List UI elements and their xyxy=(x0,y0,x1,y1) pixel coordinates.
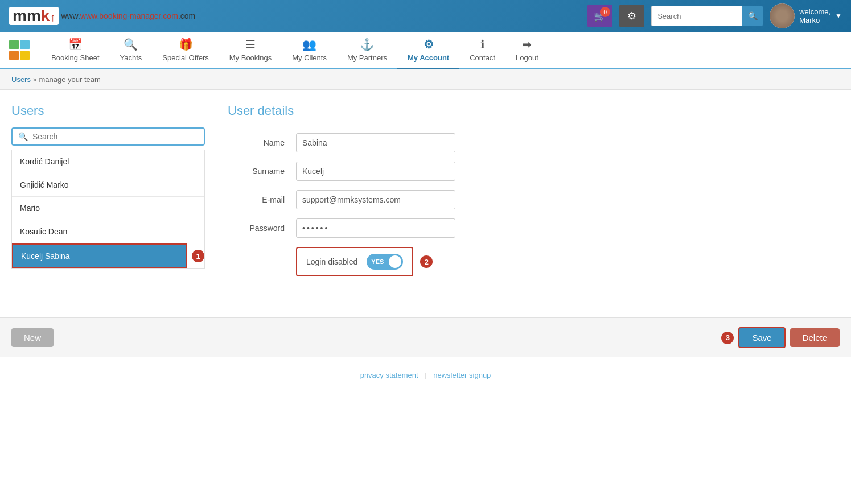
privacy-link[interactable]: privacy statement xyxy=(360,371,418,379)
user-list-item-kosutic[interactable]: Kosutic Dean xyxy=(12,220,204,243)
breadcrumb: Users » manage your team xyxy=(0,69,851,90)
nav-item-contact[interactable]: ℹ Contact xyxy=(459,32,505,69)
nav-item-my-partners-label: My Partners xyxy=(347,53,387,62)
password-label: Password xyxy=(228,224,285,233)
my-account-icon: ⚙ xyxy=(424,38,434,51)
logo-url: www.www.booking-manager.com.com xyxy=(61,11,195,20)
nav-item-yachts-label: Yachts xyxy=(120,53,142,62)
color-square-yellow xyxy=(20,51,30,60)
users-list: Kordić Danijel Gnjidić Marko Mario Kosut… xyxy=(11,150,205,269)
nav-item-booking-sheet[interactable]: 📅 Booking Sheet xyxy=(41,32,110,69)
footer-separator: | xyxy=(425,371,426,379)
user-details-form: Name Surname E-mail Password Login disab… xyxy=(228,127,840,291)
color-square-orange xyxy=(9,51,19,60)
users-search-icon: 🔍 xyxy=(18,132,28,141)
annotation-badge-3: 3 xyxy=(721,332,734,344)
toggle-thumb xyxy=(389,255,401,268)
yachts-icon: 🔍 xyxy=(124,38,138,51)
user-list-item-kucelj[interactable]: Kucelj Sabina xyxy=(12,243,187,268)
save-button[interactable]: Save xyxy=(738,327,785,348)
main-nav: 📅 Booking Sheet 🔍 Yachts 🎁 Special Offer… xyxy=(0,32,851,69)
search-input[interactable] xyxy=(651,6,742,26)
search-container: 🔍 xyxy=(651,6,763,26)
footer: privacy statement | newsletter signup xyxy=(0,357,851,393)
form-row-name: Name xyxy=(228,133,840,152)
annotation-badge-2: 2 xyxy=(420,255,433,268)
nav-item-yachts[interactable]: 🔍 Yachts xyxy=(110,32,153,69)
avatar xyxy=(770,3,795,28)
breadcrumb-separator: » xyxy=(33,75,39,84)
logo-area: mmk↑ www.www.booking-manager.com.com xyxy=(9,7,195,25)
contact-icon: ℹ xyxy=(480,38,485,51)
nav-item-my-partners[interactable]: ⚓ My Partners xyxy=(337,32,397,69)
toggle-track: YES xyxy=(367,254,403,270)
email-label: E-mail xyxy=(228,195,285,204)
user-list-item-gnjidic[interactable]: Gnjidić Marko xyxy=(12,173,204,197)
booking-sheet-icon: 📅 xyxy=(68,38,83,51)
form-row-password: Password xyxy=(228,218,840,238)
welcome-text: welcome, Marko xyxy=(799,7,831,24)
user-name-kordic: Kordić Danijel xyxy=(20,157,69,166)
users-search-input[interactable] xyxy=(32,132,198,141)
details-panel-title: User details xyxy=(228,104,840,118)
surname-input[interactable] xyxy=(296,162,455,181)
nav-item-booking-sheet-label: Booking Sheet xyxy=(51,53,100,62)
nav-item-logout[interactable]: ➡ Logout xyxy=(505,32,549,69)
color-square-green xyxy=(9,40,19,49)
my-bookings-icon: ☰ xyxy=(245,38,256,51)
bottom-bar: New 3 Save Delete xyxy=(0,317,851,357)
name-input[interactable] xyxy=(296,133,455,152)
form-row-surname: Surname xyxy=(228,162,840,181)
special-offers-icon: 🎁 xyxy=(179,38,193,51)
users-panel: Users 🔍 Kordić Danijel Gnjidić Marko Mar… xyxy=(11,104,205,304)
color-square-blue xyxy=(20,40,30,49)
user-name-mario: Mario xyxy=(20,204,40,213)
delete-button[interactable]: Delete xyxy=(790,328,840,347)
settings-button[interactable]: ⚙ xyxy=(619,5,644,27)
user-name-kosutic: Kosutic Dean xyxy=(20,227,67,236)
nav-item-special-offers-label: Special Offers xyxy=(162,53,208,62)
user-area: welcome, Marko ▼ xyxy=(770,3,842,28)
user-name-kucelj: Kucelj Sabina xyxy=(21,251,70,261)
nav-item-special-offers[interactable]: 🎁 Special Offers xyxy=(152,32,219,69)
nav-item-my-clients[interactable]: 👥 My Clients xyxy=(282,32,337,69)
nav-item-contact-label: Contact xyxy=(470,53,495,62)
content-area: Users 🔍 Kordić Danijel Gnjidić Marko Mar… xyxy=(0,90,851,317)
nav-logo xyxy=(9,32,36,68)
nav-item-my-account-label: My Account xyxy=(408,53,449,62)
nav-item-my-bookings[interactable]: ☰ My Bookings xyxy=(219,32,282,69)
logout-icon: ➡ xyxy=(522,38,532,51)
nav-item-logout-label: Logout xyxy=(516,53,538,62)
toggle-yes-text: YES xyxy=(371,258,384,265)
user-dropdown-arrow[interactable]: ▼ xyxy=(835,12,842,20)
email-input[interactable] xyxy=(296,190,455,209)
form-row-login-disabled: Login disabled YES 2 xyxy=(228,247,840,276)
top-bar: mmk↑ www.www.booking-manager.com.com 🛒 0… xyxy=(0,0,851,32)
login-disabled-label: Login disabled xyxy=(306,257,357,266)
new-button[interactable]: New xyxy=(11,328,54,347)
login-disabled-toggle-container: Login disabled YES xyxy=(296,247,413,276)
logo: mmk↑ xyxy=(9,7,59,25)
nav-item-my-account[interactable]: ⚙ My Account xyxy=(397,32,459,69)
my-partners-icon: ⚓ xyxy=(360,38,374,51)
newsletter-link[interactable]: newsletter signup xyxy=(433,371,491,379)
users-search-box[interactable]: 🔍 xyxy=(11,127,205,146)
login-disabled-toggle[interactable]: YES xyxy=(367,254,403,270)
breadcrumb-root[interactable]: Users xyxy=(11,75,31,84)
my-clients-icon: 👥 xyxy=(302,38,316,51)
breadcrumb-current: manage your team xyxy=(39,75,100,84)
user-name-gnjidic: Gnjidić Marko xyxy=(20,180,69,189)
name-label: Name xyxy=(228,138,285,147)
password-input[interactable] xyxy=(296,218,455,238)
nav-item-my-clients-label: My Clients xyxy=(292,53,327,62)
user-list-item-mario[interactable]: Mario xyxy=(12,197,204,220)
nav-item-my-bookings-label: My Bookings xyxy=(229,53,272,62)
cart-button[interactable]: 🛒 0 xyxy=(587,5,612,27)
user-list-item-kordic[interactable]: Kordić Danijel xyxy=(12,150,204,173)
annotation-badge-1: 1 xyxy=(192,250,204,262)
search-submit-button[interactable]: 🔍 xyxy=(742,6,763,26)
surname-label: Surname xyxy=(228,167,285,176)
details-panel: User details Name Surname E-mail Passwor… xyxy=(228,104,840,304)
form-row-email: E-mail xyxy=(228,190,840,209)
cart-badge: 0 xyxy=(600,7,610,17)
